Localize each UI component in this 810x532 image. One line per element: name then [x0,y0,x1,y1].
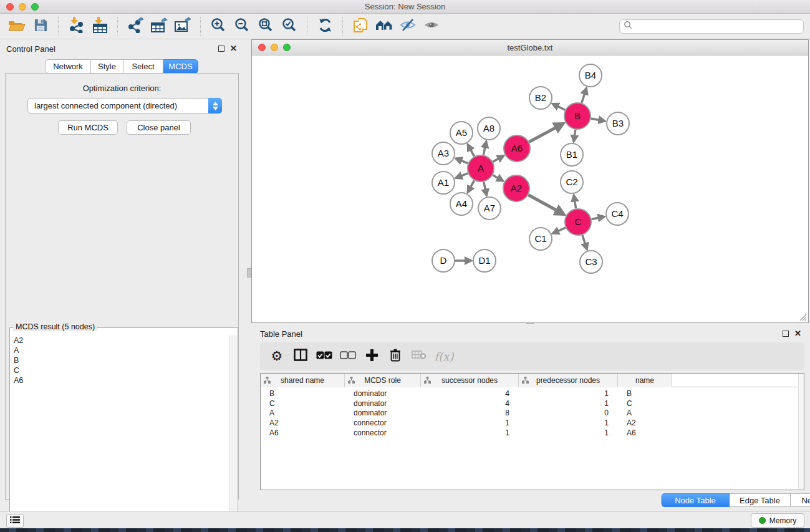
table-cell[interactable]: C [261,399,345,409]
table-cell[interactable]: A2 [618,418,672,428]
edge-B-B1[interactable] [574,130,576,142]
node-C[interactable]: C [565,209,591,235]
edge-C-C1[interactable] [552,228,566,233]
close-panel-icon[interactable]: ✕ [794,331,801,337]
search-input[interactable] [632,22,799,31]
table-row[interactable]: A6connector11A6 [261,428,804,438]
edge-A-A4[interactable] [468,180,474,192]
table-row[interactable]: Cdominator41C [261,399,804,409]
delete-column-button[interactable] [383,345,407,367]
node-C4[interactable]: C4 [606,203,629,225]
import-table-button[interactable] [88,16,112,37]
table-cell[interactable]: A6 [261,428,345,438]
tab-network-table[interactable]: Network Table [791,493,810,507]
search-field[interactable] [619,19,804,34]
node-B4[interactable]: B4 [579,64,602,87]
close-panel-icon[interactable]: ✕ [230,46,237,52]
column-header-successor-nodes[interactable]: successor nodes [421,374,519,387]
network-canvas[interactable]: B4B2BB3A8A5A6A3B1AC2A1A2A4A7C4CC1C3DD1 [252,56,808,322]
table-cell[interactable]: dominator [345,389,421,399]
edge-C-C3[interactable] [582,235,587,249]
edge-A2-C[interactable] [528,195,564,215]
table-cell[interactable]: 1 [519,399,618,409]
show-all-button[interactable] [420,16,443,37]
edge-A-A1[interactable] [456,173,468,178]
table-cell[interactable]: 1 [421,428,519,438]
edge-A6-B[interactable] [529,123,563,142]
edge-A-A5[interactable] [468,145,474,157]
table-cell[interactable]: dominator [345,399,421,409]
float-panel-icon[interactable] [783,331,789,337]
node-C1[interactable]: C1 [529,228,552,250]
node-A2[interactable]: A2 [503,175,529,201]
zoom-out-button[interactable] [230,16,254,37]
node-A[interactable]: A [468,155,494,181]
table-cell[interactable]: A6 [618,428,672,438]
edge-C-C4[interactable] [592,216,605,219]
result-item[interactable]: A6 [11,375,229,385]
function-builder-button[interactable]: f(x) [431,345,455,367]
export-network-button[interactable] [123,16,147,37]
first-neighbors-button[interactable] [372,16,396,37]
node-B2[interactable]: B2 [529,87,552,109]
node-A5[interactable]: A5 [450,122,473,144]
table-cell[interactable]: 4 [421,389,519,399]
table-cell[interactable]: 8 [421,409,519,418]
memory-button[interactable]: Memory [751,513,804,528]
edge-A-A8[interactable] [483,142,486,155]
refresh-view-button[interactable] [313,16,337,37]
table-settings-button[interactable]: ⚙ [265,345,289,367]
split-view-button[interactable] [289,345,312,367]
edge-B-B3[interactable] [591,118,605,121]
zoom-selected-button[interactable] [277,16,301,37]
delete-table-button[interactable] [407,345,431,367]
table-cell[interactable]: 0 [519,409,618,418]
run-mcds-button[interactable]: Run MCDS [58,120,118,135]
edge-A-A6[interactable] [493,156,504,162]
node-A4[interactable]: A4 [450,193,473,215]
node-B[interactable]: B [564,103,591,129]
table-cell[interactable]: 1 [421,418,519,428]
table-row[interactable]: A2connector11A2 [261,418,804,428]
table-cell[interactable]: A2 [261,418,345,428]
add-column-button[interactable] [360,345,383,367]
open-file-button[interactable] [5,16,29,37]
table-scrollbar[interactable] [798,374,804,490]
table-cell[interactable]: A [261,409,345,418]
result-item[interactable]: C [11,365,229,375]
table-cell[interactable]: dominator [345,409,421,418]
result-item[interactable]: A [11,346,229,355]
edge-A-A2[interactable] [493,175,503,181]
table-cell[interactable]: B [618,389,672,399]
float-panel-icon[interactable] [218,46,224,52]
table-cell[interactable]: connector [345,418,421,428]
node-C2[interactable]: C2 [561,171,583,193]
network-zoom-button[interactable] [283,44,291,51]
table-cell[interactable]: 4 [421,399,519,409]
zoom-in-button[interactable] [206,16,230,37]
deselect-all-button[interactable] [336,345,360,367]
table-cell[interactable]: connector [345,428,421,438]
network-close-button[interactable] [258,44,266,51]
edge-B-B4[interactable] [582,88,587,103]
table-cell[interactable]: C [618,399,672,409]
edge-A-A3[interactable] [456,158,468,163]
export-table-button[interactable] [147,16,171,37]
table-row[interactable]: Adominator80A [261,409,804,418]
vertical-splitter-handle[interactable] [247,268,251,278]
table-cell[interactable]: A [618,409,672,418]
node-A7[interactable]: A7 [478,197,501,220]
table-cell[interactable]: B [261,389,345,399]
tab-network[interactable]: Network [45,59,91,74]
table-cell[interactable]: 1 [519,389,618,399]
node-A3[interactable]: A3 [432,142,455,165]
node-A8[interactable]: A8 [478,117,500,140]
close-panel-button[interactable]: Close panel [127,120,191,135]
node-D[interactable]: D [432,249,455,272]
table-cell[interactable]: 1 [519,428,618,438]
zoom-fit-button[interactable] [254,16,277,37]
tab-select[interactable]: Select [123,59,163,74]
tab-style[interactable]: Style [91,59,123,74]
task-history-button[interactable] [6,514,24,528]
column-header-shared-name[interactable]: shared name [261,374,345,387]
